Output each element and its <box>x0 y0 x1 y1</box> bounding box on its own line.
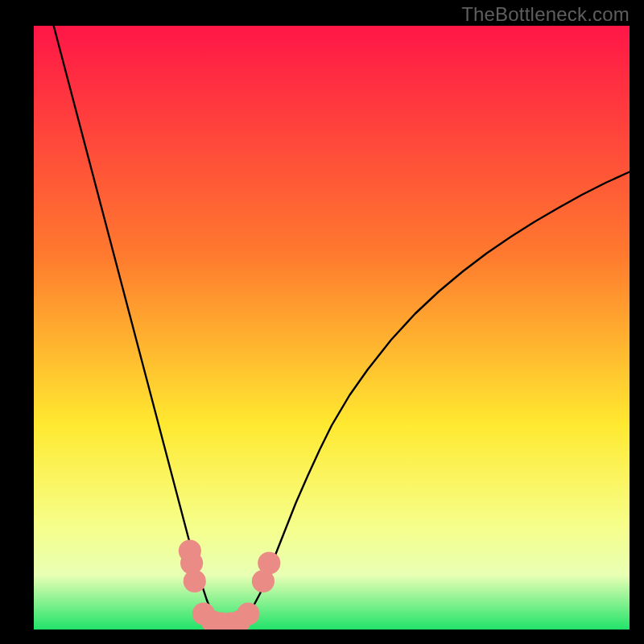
data-marker <box>237 602 259 625</box>
data-marker <box>258 551 280 574</box>
chart-frame: TheBottleneck.com <box>0 0 644 644</box>
gradient-background <box>34 26 630 630</box>
bottleneck-chart <box>34 26 630 630</box>
data-marker <box>184 570 206 592</box>
plot-area <box>34 26 630 630</box>
watermark-text: TheBottleneck.com <box>461 3 630 26</box>
